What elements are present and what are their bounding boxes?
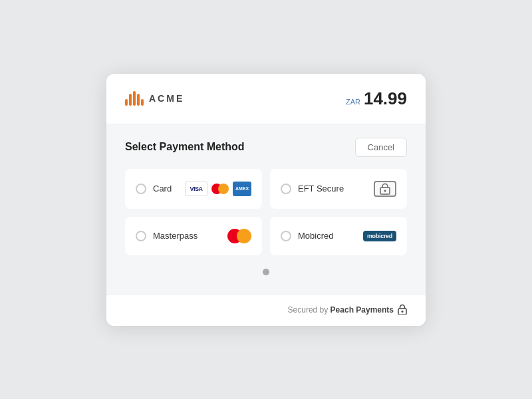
radio-masterpass[interactable] xyxy=(136,231,146,241)
section-title: Select Payment Method xyxy=(125,141,245,153)
modal-header: ACME ZAR 14.99 xyxy=(106,74,426,124)
masterpass-icons xyxy=(227,229,251,243)
svg-point-1 xyxy=(384,190,386,192)
eft-label: EFT Secure xyxy=(298,184,344,194)
payment-option-mobicred[interactable]: Mobicred mobicred xyxy=(270,217,407,255)
eft-icons xyxy=(374,181,396,197)
card-icons: VISA AMEX xyxy=(185,182,251,196)
secured-prefix: Secured by xyxy=(288,305,331,315)
logo-bar-5 xyxy=(141,99,144,106)
secured-text: Secured by Peach Payments xyxy=(288,305,394,315)
card-label: Card xyxy=(153,184,172,194)
cancel-button[interactable]: Cancel xyxy=(355,138,407,157)
modal-footer: Secured by Peach Payments xyxy=(106,294,426,326)
radio-mobicred[interactable] xyxy=(281,231,291,241)
payment-option-masterpass[interactable]: Masterpass xyxy=(125,217,262,255)
logo-area: ACME xyxy=(125,91,184,106)
mobicred-icons: mobicred xyxy=(363,231,396,241)
amex-icon: AMEX xyxy=(233,182,251,196)
pagination-dot xyxy=(263,269,269,275)
visa-icon: VISA xyxy=(185,182,207,196)
modal-body: Select Payment Method Cancel Card VISA xyxy=(106,124,426,294)
secured-brand: Peach Payments xyxy=(331,305,394,315)
logo-text: ACME xyxy=(149,93,184,104)
mobicred-badge-icon: mobicred xyxy=(363,231,396,241)
svg-point-3 xyxy=(402,311,404,313)
mastercard-icon xyxy=(210,182,230,196)
radio-card[interactable] xyxy=(136,184,146,194)
logo-bar-1 xyxy=(125,99,128,106)
payment-option-card[interactable]: Card VISA AMEX xyxy=(125,169,262,209)
mobicred-label: Mobicred xyxy=(298,231,333,241)
logo-bar-2 xyxy=(129,94,132,106)
currency-label: ZAR xyxy=(346,98,360,106)
dot-indicator xyxy=(125,269,407,275)
payment-option-eft[interactable]: EFT Secure xyxy=(270,169,407,209)
eft-badge-icon xyxy=(374,181,396,197)
logo-bar-3 xyxy=(133,91,136,106)
price-area: ZAR 14.99 xyxy=(346,88,407,109)
payment-modal: ACME ZAR 14.99 Select Payment Method Can… xyxy=(106,74,426,326)
lock-icon xyxy=(398,304,407,317)
logo-icon xyxy=(125,91,144,106)
masterpass-label: Masterpass xyxy=(153,231,198,241)
payment-grid: Card VISA AMEX EFT Secu xyxy=(125,169,407,255)
radio-eft[interactable] xyxy=(281,184,291,194)
payment-method-header: Select Payment Method Cancel xyxy=(125,138,407,157)
logo-bar-4 xyxy=(137,94,140,106)
amount-value: 14.99 xyxy=(364,88,407,109)
